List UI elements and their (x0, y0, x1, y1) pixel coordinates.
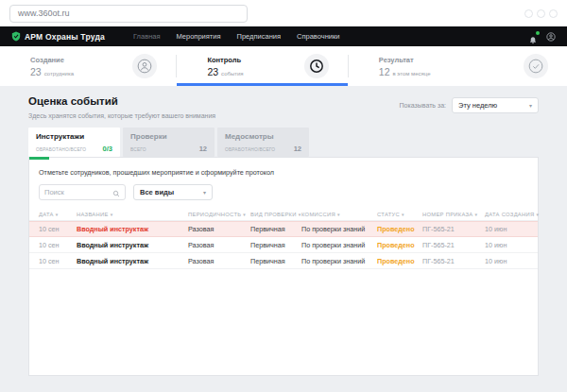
cell-name-link[interactable]: Вводный инструктаж (77, 241, 188, 249)
table-row[interactable]: 10 сен Вводный инструктаж Разовая Первич… (29, 253, 538, 269)
search-input[interactable] (44, 188, 112, 196)
step-count: 23 (207, 66, 218, 77)
step-title: Результат (379, 56, 431, 64)
tab-sublabel: ОБРАБОТАНО/ВСЕГО (225, 147, 275, 152)
tab-count: 12 (294, 145, 301, 153)
step-unit: в этом месяце (393, 71, 431, 77)
window-control-button[interactable] (524, 9, 533, 18)
type-filter-value: Все виды (140, 188, 174, 196)
sort-icon: ▼ (55, 213, 60, 217)
step-title: Контроль (207, 56, 243, 64)
tab-label: Проверки (130, 132, 207, 141)
column-header-created[interactable]: ДАТА СОЗДАНИЯ▼ (485, 212, 540, 217)
clock-icon (304, 54, 329, 78)
table-header-row: ДАТА▼ НАЗВАНИЕ▼ ПЕРИОДИЧНОСТЬ▼ ВИД ПРОВЕ… (29, 209, 538, 221)
chevron-down-icon: ▾ (529, 102, 532, 109)
sort-icon: ▼ (110, 213, 114, 217)
tab-count: 0/3 (103, 145, 112, 153)
step-title: Создание (30, 56, 74, 64)
nav-item-meropriyatiya[interactable]: Мероприятия (177, 32, 221, 41)
window-control-button[interactable] (537, 9, 545, 18)
cell-periodicity: Разовая (188, 257, 250, 265)
period-select-value: Эту неделю (458, 101, 497, 110)
cell-name-link[interactable]: Вводный инструктаж (77, 257, 188, 265)
url-bar[interactable]: www.360ot.ru (9, 5, 248, 23)
category-tabs: Инструктажи ОБРАБОТАНО/ВСЕГО 0/3 Проверк… (28, 128, 539, 157)
cell-periodicity: Разовая (188, 225, 250, 233)
check-circle-icon (524, 54, 548, 78)
browser-window: www.360ot.ru АРМ Охраны Труда Главная Ме… (0, 0, 567, 392)
tab-label: Инструктажи (36, 132, 112, 141)
search-box (39, 184, 126, 200)
column-header-check-type[interactable]: ВИД ПРОВЕРКИ▼ (250, 212, 301, 217)
nav-item-spravochniki[interactable]: Справочники (297, 32, 339, 41)
cell-periodicity: Разовая (188, 241, 250, 249)
cell-created: 10 июн (485, 241, 528, 249)
main-content: Оценка событий Здесь хранятся события, к… (0, 86, 567, 376)
app-navbar: АРМ Охраны Труда Главная Мероприятия Пре… (0, 26, 567, 46)
brand-label: АРМ Охраны Труда (25, 32, 105, 42)
cell-order-no: ПГ-565-21 (422, 225, 485, 233)
page-title: Оценка событий (28, 95, 215, 107)
table-filters: Все виды ▾ (29, 177, 538, 200)
tab-count: 12 (199, 145, 207, 153)
nav-item-glavnaya[interactable]: Главная (133, 32, 161, 41)
step-rezultat[interactable]: Результат 12 в этом месяце (349, 46, 567, 86)
nav-item-predpisaniya[interactable]: Предписания (237, 32, 282, 41)
step-count: 12 (379, 66, 390, 77)
column-header-commission[interactable]: КОМИССИЯ▼ (301, 212, 377, 217)
workflow-stepper: Создание 23 сотрудника Контроль 23 событ… (0, 46, 567, 86)
events-panel: Отметьте сотрудников, прошедших мероприя… (28, 157, 539, 376)
column-header-date[interactable]: ДАТА▼ (39, 212, 77, 217)
cell-order-no: ПГ-565-21 (422, 241, 485, 249)
column-header-status[interactable]: СТАТУС▼ (377, 212, 422, 217)
table-row[interactable]: 10 сен Вводный инструктаж Разовая Первич… (29, 237, 538, 253)
step-count: 23 (30, 66, 42, 77)
status-badge: Проведено (377, 225, 422, 233)
tab-medosmotry[interactable]: Медосмотры ОБРАБОТАНО/ВСЕГО 12 (217, 128, 309, 157)
browser-chrome: www.360ot.ru (0, 0, 567, 26)
column-header-name[interactable]: НАЗВАНИЕ▼ (77, 212, 188, 217)
step-text: Создание 23 сотрудника (30, 56, 74, 77)
user-avatar-icon[interactable] (546, 28, 556, 45)
tab-instruktazhi[interactable]: Инструктажи ОБРАБОТАНО/ВСЕГО 0/3 (28, 128, 120, 157)
navbar-right (528, 28, 556, 45)
cell-created: 10 июн (485, 225, 528, 233)
cell-date: 10 сен (39, 257, 77, 265)
sort-icon: ▼ (242, 213, 247, 217)
window-control-button[interactable] (549, 9, 558, 18)
person-icon (132, 54, 157, 78)
chevron-down-icon: ▾ (203, 189, 206, 196)
cell-commission: По проверки знаний (301, 257, 377, 265)
period-filter: Показывать за: Эту неделю ▾ (400, 97, 539, 113)
sort-icon: ▼ (401, 213, 405, 217)
step-unit: сотрудника (44, 71, 74, 77)
cell-commission: По проверки знаний (301, 225, 377, 233)
cell-created: 10 июн (485, 257, 528, 265)
tab-sublabel: ОБРАБОТАНО/ВСЕГО (36, 147, 86, 152)
column-header-order-no[interactable]: НОМЕР ПРИКАЗА▼ (422, 212, 485, 217)
page-header: Оценка событий Здесь хранятся события, к… (28, 95, 539, 119)
period-filter-label: Показывать за: (400, 102, 446, 109)
type-filter-select[interactable]: Все виды ▾ (133, 184, 213, 200)
status-badge: Проведено (377, 241, 422, 249)
column-header-periodicity[interactable]: ПЕРИОДИЧНОСТЬ▼ (188, 212, 250, 217)
sort-icon: ▼ (336, 213, 341, 217)
url-text: www.360ot.ru (18, 9, 70, 18)
step-kontrol[interactable]: Контроль 23 события (177, 46, 347, 86)
search-icon[interactable] (112, 184, 120, 201)
window-controls (524, 9, 558, 18)
step-text: Контроль 23 события (207, 56, 243, 77)
notifications-bell-icon[interactable] (528, 32, 538, 42)
notification-badge (536, 31, 541, 36)
cell-check-type: Первичная (250, 225, 301, 233)
status-badge: Проведено (377, 257, 422, 265)
step-sozdanie[interactable]: Создание 23 сотрудника (0, 46, 176, 86)
tab-proverki[interactable]: Проверки ВСЕГО 12 (123, 128, 215, 157)
cell-name-link[interactable]: Вводный инструктаж (77, 225, 188, 233)
cell-order-no: ПГ-565-21 (422, 257, 485, 265)
page-titles: Оценка событий Здесь хранятся события, к… (28, 95, 215, 119)
events-table: ДАТА▼ НАЗВАНИЕ▼ ПЕРИОДИЧНОСТЬ▼ ВИД ПРОВЕ… (29, 209, 538, 269)
period-select[interactable]: Эту неделю ▾ (452, 97, 539, 113)
table-row[interactable]: 10 сен Вводный инструктаж Разовая Первич… (29, 221, 538, 237)
